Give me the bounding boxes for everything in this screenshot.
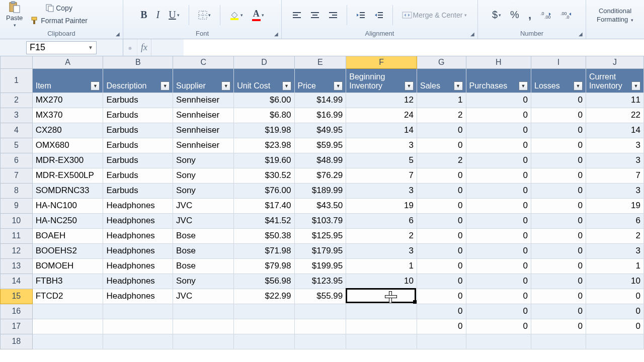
cell-J3[interactable]: 22 [586,108,643,123]
col-header-A[interactable]: A [32,56,103,68]
cell-A14[interactable]: FTBH3 [32,274,103,289]
filter-button-B[interactable]: ▼ [160,81,170,90]
cell-D11[interactable]: $50.38 [234,228,294,243]
cell-I18[interactable] [531,334,586,349]
cell-H12[interactable]: 0 [466,243,531,258]
cell-J6[interactable]: 3 [586,153,643,168]
cell-B4[interactable]: Earbuds [103,123,173,138]
spreadsheet-grid[interactable]: ABCDEFGHIJ1Item▼Description▼Supplier▼Uni… [0,56,644,349]
cell-G5[interactable]: 0 [417,138,466,153]
cell-B5[interactable]: Earbuds [103,138,173,153]
cell-C15[interactable]: JVC [173,289,234,304]
cell-H13[interactable]: 0 [466,258,531,274]
merge-center-button[interactable]: Merge & Center▾ [400,9,469,21]
cell-C8[interactable]: Sony [173,183,234,198]
cell-J17[interactable]: 0 [586,319,643,334]
cell-G2[interactable]: 1 [417,93,466,108]
cell-F17[interactable] [346,319,417,334]
cell-E11[interactable]: $125.95 [294,228,346,243]
cell-B16[interactable] [103,304,173,319]
cell-A2[interactable]: MX270 [32,93,103,108]
col-header-C[interactable]: C [173,56,234,68]
table-header-B[interactable]: Description▼ [103,68,173,93]
cell-I6[interactable]: 0 [531,153,586,168]
cell-I8[interactable]: 0 [531,183,586,198]
cell-F6[interactable]: 5 [346,153,417,168]
cell-H10[interactable]: 0 [466,213,531,228]
format-painter-button[interactable]: Format Painter [28,15,90,27]
font-color-button[interactable]: A▾ [250,8,266,22]
cell-G14[interactable]: 0 [417,274,466,289]
cell-A15[interactable]: FTCD2 [32,289,103,304]
cell-B9[interactable]: Headphones [103,198,173,213]
cell-D5[interactable]: $23.98 [234,138,294,153]
cell-A16[interactable] [32,304,103,319]
cell-H7[interactable]: 0 [466,168,531,183]
table-header-J[interactable]: CurrentInventory▼ [586,68,643,93]
cell-E5[interactable]: $59.95 [294,138,346,153]
cell-B17[interactable] [103,319,173,334]
row-header-7[interactable]: 7 [1,168,33,183]
cell-A5[interactable]: OMX680 [32,138,103,153]
col-header-D[interactable]: D [234,56,294,68]
cell-H2[interactable]: 0 [466,93,531,108]
paste-button[interactable]: Paste ▾ [3,0,26,29]
cell-D16[interactable] [234,304,294,319]
filter-button-G[interactable]: ▼ [454,81,463,90]
cell-C6[interactable]: Sony [173,153,234,168]
cell-A7[interactable]: MDR-EX500LP [32,168,103,183]
cell-I2[interactable]: 0 [531,93,586,108]
name-box[interactable]: F15 ▼ [26,41,97,54]
cancel-formula-button[interactable]: ● [123,39,137,56]
cell-G11[interactable]: 0 [417,228,466,243]
row-header-18[interactable]: 18 [1,334,33,349]
cell-I7[interactable]: 0 [531,168,586,183]
cell-F18[interactable] [346,334,417,349]
cell-G17[interactable]: 0 [417,319,466,334]
cell-C16[interactable] [173,304,234,319]
cell-C3[interactable]: Sennheiser [173,108,234,123]
row-header-1[interactable]: 1 [1,68,33,93]
name-box-dropdown-icon[interactable]: ▼ [88,45,93,50]
cell-I11[interactable]: 0 [531,228,586,243]
cell-I12[interactable]: 0 [531,243,586,258]
cell-I13[interactable]: 0 [531,258,586,274]
cell-F11[interactable]: 2 [346,228,417,243]
cell-B3[interactable]: Earbuds [103,108,173,123]
filter-button-J[interactable]: ▼ [631,81,640,90]
cell-F12[interactable]: 3 [346,243,417,258]
cell-G3[interactable]: 2 [417,108,466,123]
cell-E14[interactable]: $123.95 [294,274,346,289]
cell-E4[interactable]: $49.95 [294,123,346,138]
increase-indent-button[interactable] [372,10,385,20]
dialog-launcher-number[interactable]: ◢ [577,30,584,37]
cell-J12[interactable]: 3 [586,243,643,258]
cell-D8[interactable]: $76.00 [234,183,294,198]
cell-B11[interactable]: Headphones [103,228,173,243]
fill-color-button[interactable]: ▾ [227,9,245,21]
cell-B7[interactable]: Earbuds [103,168,173,183]
row-header-8[interactable]: 8 [1,183,33,198]
cell-H9[interactable]: 0 [466,198,531,213]
cell-I5[interactable]: 0 [531,138,586,153]
decrease-indent-button[interactable] [354,10,367,20]
align-left-button[interactable] [290,10,303,20]
cell-B15[interactable]: Headphones [103,289,173,304]
filter-button-H[interactable]: ▼ [519,81,528,90]
currency-button[interactable]: $▾ [490,8,503,22]
cell-C17[interactable] [173,319,234,334]
cell-C14[interactable]: Sony [173,274,234,289]
increase-decimal-button[interactable]: .0.00 [538,10,553,21]
cell-H6[interactable]: 0 [466,153,531,168]
filter-button-F[interactable]: ▼ [405,81,414,90]
cell-G12[interactable]: 0 [417,243,466,258]
cell-J7[interactable]: 7 [586,168,643,183]
cell-H17[interactable]: 0 [466,319,531,334]
table-header-E[interactable]: Price▼ [294,68,346,93]
row-header-11[interactable]: 11 [1,228,33,243]
cell-J13[interactable]: 1 [586,258,643,274]
filter-button-D[interactable]: ▼ [282,81,291,90]
conditional-formatting-button[interactable]: Conditional Formatting ▾ [594,6,636,24]
cell-A9[interactable]: HA-NC100 [32,198,103,213]
cell-C4[interactable]: Sennheiser [173,123,234,138]
